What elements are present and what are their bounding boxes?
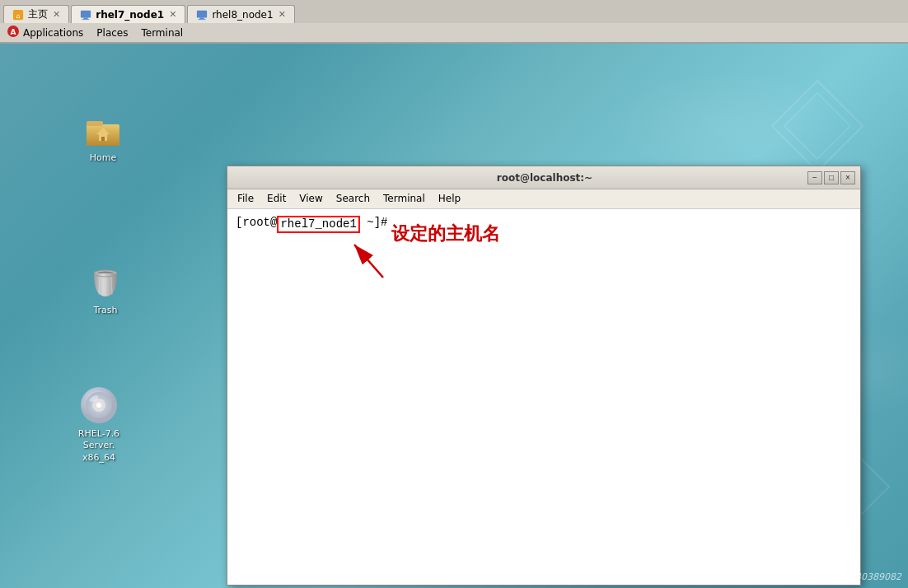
tab-home-close[interactable]: ✕ <box>53 9 60 20</box>
tab-rhel7-close[interactable]: ✕ <box>169 9 176 20</box>
terminal-menu-bar: File Edit View Search Terminal Help <box>227 189 860 209</box>
cd-icon <box>79 385 119 425</box>
tab-rhel7-label: rhel7_node1 <box>96 9 164 21</box>
terminal-menu-search[interactable]: Search <box>330 191 377 207</box>
svg-rect-5 <box>197 10 207 17</box>
trash-icon <box>86 262 125 301</box>
watermark: https://blog.csdn.net/baidu_40389082 <box>728 572 901 582</box>
tab-bar: ⌂ 主页 ✕ rhel7_node1 ✕ <box>0 0 908 23</box>
prompt-suffix: ~]# <box>360 216 388 229</box>
trash-label: Trash <box>93 305 117 316</box>
terminal-menu-file[interactable]: File <box>231 191 260 207</box>
svg-rect-7 <box>199 19 206 20</box>
tab-home[interactable]: ⌂ 主页 ✕ <box>3 5 69 23</box>
menu-bar: A Applications Places Terminal <box>0 23 908 43</box>
rhel7-tab-icon <box>80 9 91 21</box>
home-folder-label: Home <box>90 152 116 164</box>
desktop-icon-trash[interactable]: Trash <box>73 262 138 316</box>
applications-icon: A <box>7 25 23 40</box>
tab-rhel7[interactable]: rhel7_node1 ✕ <box>71 5 185 23</box>
svg-rect-2 <box>81 10 91 17</box>
svg-text:⌂: ⌂ <box>16 12 21 19</box>
prompt-prefix: [root@ <box>236 216 277 229</box>
desktop: Home <box>0 44 908 588</box>
svg-rect-18 <box>101 137 105 141</box>
close-button[interactable]: × <box>840 171 855 184</box>
tab-rhel8-label: rhel8_node1 <box>212 9 273 21</box>
svg-text:A: A <box>11 28 16 36</box>
terminal-menu-top[interactable]: Terminal <box>134 26 190 40</box>
terminal-menu-terminal[interactable]: Terminal <box>377 191 432 207</box>
svg-rect-6 <box>200 17 204 19</box>
hostname-highlight: rhel7_node1 <box>277 216 359 233</box>
rhel8-tab-icon <box>196 9 208 21</box>
terminal-label: Terminal <box>141 27 183 39</box>
places-menu[interactable]: Places <box>90 26 134 40</box>
cdrom-label: RHEL-7.6 Server. x86_64 <box>66 428 132 464</box>
terminal-menu-help[interactable]: Help <box>432 191 467 207</box>
svg-marker-10 <box>772 81 863 171</box>
terminal-titlebar: root@localhost:~ − □ × <box>227 166 860 189</box>
tab-rhel8-close[interactable]: ✕ <box>278 9 286 20</box>
terminal-menu-edit[interactable]: Edit <box>260 191 293 207</box>
terminal-window: root@localhost:~ − □ × File Edit View Se… <box>227 166 861 586</box>
places-label: Places <box>96 27 128 39</box>
minimize-button[interactable]: − <box>807 171 822 184</box>
desktop-icon-home[interactable]: Home <box>70 110 136 164</box>
browser-chrome: ⌂ 主页 ✕ rhel7_node1 ✕ <box>0 0 908 44</box>
desktop-icon-cdrom[interactable]: RHEL-7.6 Server. x86_64 <box>66 385 132 464</box>
window-controls: − □ × <box>807 171 855 184</box>
tab-rhel8[interactable]: rhel8_node1 ✕ <box>187 5 294 23</box>
tab-home-label: 主页 <box>28 7 48 21</box>
applications-menu[interactable]: A Applications <box>0 23 90 42</box>
applications-label: Applications <box>23 27 83 39</box>
svg-rect-15 <box>87 121 103 126</box>
terminal-title: root@localhost:~ <box>282 172 807 184</box>
maximize-button[interactable]: □ <box>824 171 839 184</box>
svg-point-28 <box>96 403 101 408</box>
svg-rect-3 <box>84 17 88 19</box>
terminal-menu-view[interactable]: View <box>293 191 329 207</box>
terminal-content[interactable]: [root@rhel7_node1 ~]# <box>227 209 860 585</box>
home-tab-icon: ⌂ <box>12 9 24 21</box>
prompt-line: [root@rhel7_node1 ~]# <box>236 216 852 233</box>
svg-rect-4 <box>82 19 90 20</box>
home-folder-icon <box>83 110 123 149</box>
